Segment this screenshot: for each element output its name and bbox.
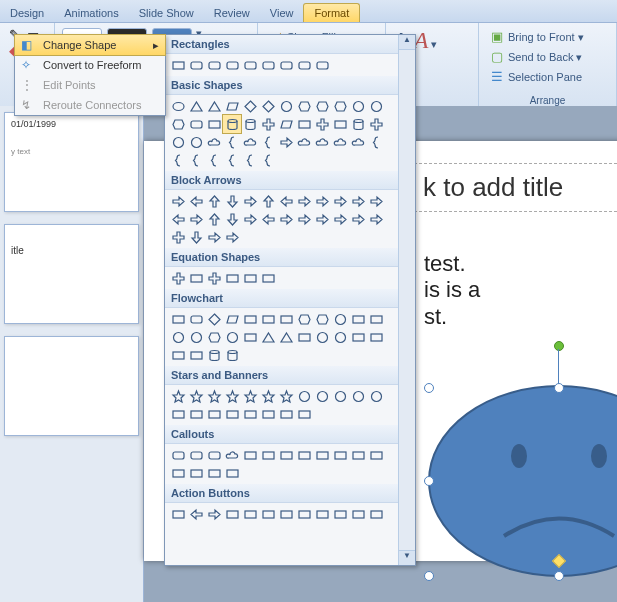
send-to-back-button[interactable]: ▢Send to Back ▾	[485, 47, 586, 67]
shape-row-basic-37[interactable]	[187, 151, 205, 169]
shape-row-act-7[interactable]	[295, 505, 313, 523]
shape-row-basic-25[interactable]	[187, 133, 205, 151]
thumbnail-2[interactable]: itle	[4, 224, 139, 324]
shape-row-act-9[interactable]	[331, 505, 349, 523]
shape-row-rect-8[interactable]	[313, 56, 331, 74]
shape-row-call-9[interactable]	[331, 446, 349, 464]
shape-row-arrows-18[interactable]	[277, 210, 295, 228]
shape-row-arrows-4[interactable]	[241, 192, 259, 210]
shape-row-act-8[interactable]	[313, 505, 331, 523]
shape-row-call-1[interactable]	[187, 446, 205, 464]
shape-row-arrows-3[interactable]	[223, 192, 241, 210]
shape-row-flow-11[interactable]	[367, 310, 385, 328]
shape-row-arrows-21[interactable]	[331, 210, 349, 228]
shape-row-basic-12[interactable]	[169, 115, 187, 133]
shape-row-stars-17[interactable]	[259, 405, 277, 423]
shape-row-arrows-5[interactable]	[259, 192, 277, 210]
shape-row-call-13[interactable]	[187, 464, 205, 482]
selection-pane-button[interactable]: ☰Selection Pane	[485, 67, 586, 87]
tab-view[interactable]: View	[260, 4, 304, 22]
shape-row-stars-0[interactable]	[169, 387, 187, 405]
shape-row-flow-9[interactable]	[331, 310, 349, 328]
shape-row-basic-1[interactable]	[187, 97, 205, 115]
shape-row-stars-3[interactable]	[223, 387, 241, 405]
shape-row-basic-8[interactable]	[313, 97, 331, 115]
shape-row-act-2[interactable]	[205, 505, 223, 523]
shape-row-flow-23[interactable]	[367, 328, 385, 346]
shape-row-call-8[interactable]	[313, 446, 331, 464]
shape-row-flow-10[interactable]	[349, 310, 367, 328]
shape-row-act-11[interactable]	[367, 505, 385, 523]
shape-row-flow-6[interactable]	[277, 310, 295, 328]
selected-shape[interactable]	[414, 361, 617, 571]
shape-row-call-10[interactable]	[349, 446, 367, 464]
shape-row-rect-5[interactable]	[259, 56, 277, 74]
shape-row-basic-2[interactable]	[205, 97, 223, 115]
shape-row-flow-0[interactable]	[169, 310, 187, 328]
shape-row-stars-13[interactable]	[187, 405, 205, 423]
shape-row-call-14[interactable]	[205, 464, 223, 482]
shape-row-call-12[interactable]	[169, 464, 187, 482]
shape-row-basic-36[interactable]	[169, 151, 187, 169]
scroll-up-icon[interactable]: ▲	[399, 35, 415, 50]
shape-row-flow-4[interactable]	[241, 310, 259, 328]
shape-row-basic-19[interactable]	[295, 115, 313, 133]
shape-row-act-10[interactable]	[349, 505, 367, 523]
shape-row-arrows-11[interactable]	[367, 192, 385, 210]
shape-row-stars-14[interactable]	[205, 405, 223, 423]
shape-row-stars-7[interactable]	[295, 387, 313, 405]
shape-row-basic-4[interactable]	[241, 97, 259, 115]
body-placeholder[interactable]: test. is is a st.	[424, 251, 617, 330]
shape-row-basic-11[interactable]	[367, 97, 385, 115]
shape-row-arrows-17[interactable]	[259, 210, 277, 228]
shape-row-basic-18[interactable]	[277, 115, 295, 133]
shape-row-basic-23[interactable]	[367, 115, 385, 133]
shape-row-arrows-15[interactable]	[223, 210, 241, 228]
shape-row-flow-20[interactable]	[313, 328, 331, 346]
shape-row-flow-25[interactable]	[187, 346, 205, 364]
shape-row-stars-16[interactable]	[241, 405, 259, 423]
shape-row-arrows-8[interactable]	[313, 192, 331, 210]
thumbnail-1[interactable]: 01/01/1999 y text	[4, 112, 139, 212]
shape-row-basic-26[interactable]	[205, 133, 223, 151]
shape-row-rect-0[interactable]	[169, 56, 187, 74]
shape-row-basic-38[interactable]	[205, 151, 223, 169]
tab-slideshow[interactable]: Slide Show	[129, 4, 204, 22]
shape-row-arrows-2[interactable]	[205, 192, 223, 210]
shape-row-basic-30[interactable]	[277, 133, 295, 151]
shape-row-basic-5[interactable]	[259, 97, 277, 115]
shape-row-basic-22[interactable]	[349, 115, 367, 133]
shape-row-basic-10[interactable]	[349, 97, 367, 115]
shape-row-arrows-19[interactable]	[295, 210, 313, 228]
tab-animations[interactable]: Animations	[54, 4, 128, 22]
shape-row-basic-39[interactable]	[223, 151, 241, 169]
shape-row-eq-0[interactable]	[169, 269, 187, 287]
title-placeholder[interactable]: k to add title	[414, 163, 617, 212]
shape-row-flow-24[interactable]	[169, 346, 187, 364]
shape-row-basic-15[interactable]	[223, 115, 241, 133]
shape-row-stars-10[interactable]	[349, 387, 367, 405]
handle-ml[interactable]	[424, 476, 434, 486]
shape-row-basic-21[interactable]	[331, 115, 349, 133]
handle-bl[interactable]	[424, 571, 434, 581]
shape-row-eq-2[interactable]	[205, 269, 223, 287]
shape-row-flow-19[interactable]	[295, 328, 313, 346]
shape-row-basic-9[interactable]	[331, 97, 349, 115]
shape-row-call-3[interactable]	[223, 446, 241, 464]
shape-row-call-0[interactable]	[169, 446, 187, 464]
shape-row-flow-18[interactable]	[277, 328, 295, 346]
handle-bm[interactable]	[554, 571, 564, 581]
shape-row-call-7[interactable]	[295, 446, 313, 464]
shape-row-basic-35[interactable]	[367, 133, 385, 151]
shape-row-basic-16[interactable]	[241, 115, 259, 133]
shape-row-act-4[interactable]	[241, 505, 259, 523]
shape-row-eq-5[interactable]	[259, 269, 277, 287]
shape-row-basic-13[interactable]	[187, 115, 205, 133]
shape-row-stars-11[interactable]	[367, 387, 385, 405]
bring-to-front-button[interactable]: ▣Bring to Front ▾	[485, 27, 588, 47]
shape-row-basic-29[interactable]	[259, 133, 277, 151]
shape-row-stars-8[interactable]	[313, 387, 331, 405]
shape-row-act-6[interactable]	[277, 505, 295, 523]
handle-tm[interactable]	[554, 383, 564, 393]
shape-row-basic-0[interactable]	[169, 97, 187, 115]
